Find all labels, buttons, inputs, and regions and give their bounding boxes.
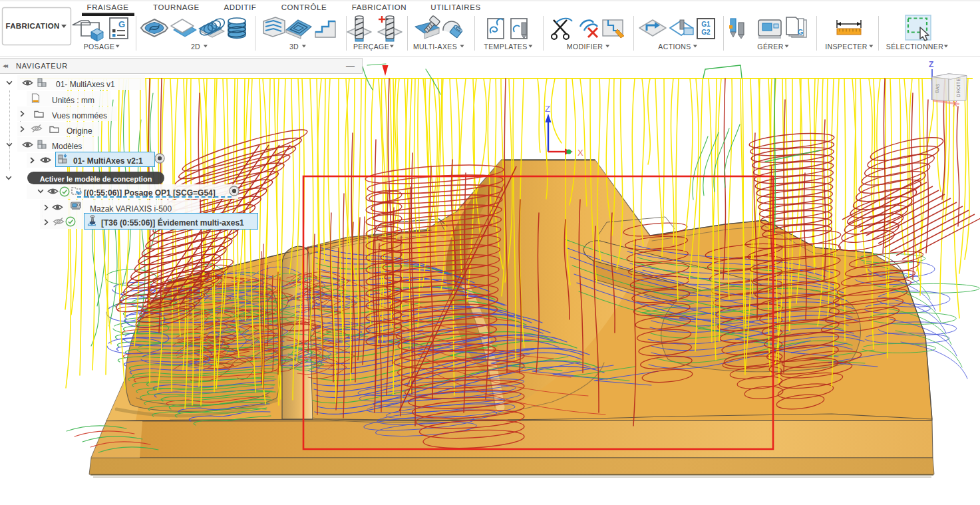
svg-text:G: G [798, 28, 804, 36]
svg-text:FABRICATION: FABRICATION [352, 3, 407, 11]
svg-text:Z: Z [929, 60, 933, 69]
svg-text:POSAGE: POSAGE [84, 43, 115, 51]
svg-text:BAS: BAS [935, 83, 940, 93]
svg-text:Z: Z [545, 104, 550, 114]
svg-text:MULTI-AXES: MULTI-AXES [413, 43, 457, 51]
svg-text:3D: 3D [289, 43, 299, 51]
svg-text:X: X [577, 148, 583, 158]
svg-text:TEMPLATES: TEMPLATES [484, 43, 527, 51]
svg-text:MODIFIER: MODIFIER [567, 43, 603, 51]
svg-text:G1: G1 [701, 21, 711, 28]
svg-text:CONTRÔLE: CONTRÔLE [281, 3, 327, 11]
svg-text:2D: 2D [191, 43, 200, 51]
svg-text:FRAISAGE: FRAISAGE [87, 3, 129, 11]
svg-text:G2: G2 [701, 29, 711, 36]
svg-text:INSPECTER: INSPECTER [825, 43, 868, 51]
svg-text:FABRICATION: FABRICATION [5, 22, 59, 30]
svg-text:X: X [953, 100, 957, 108]
svg-text:ADDITIF: ADDITIF [224, 3, 257, 11]
svg-text:GÉRER: GÉRER [757, 43, 783, 51]
svg-text:DROITE: DROITE [956, 78, 961, 97]
svg-text:G: G [118, 19, 125, 29]
svg-text:UTILITAIRES: UTILITAIRES [430, 3, 480, 11]
svg-text:ACTIONS: ACTIONS [658, 43, 691, 51]
svg-text:TOURNAGE: TOURNAGE [153, 3, 200, 11]
svg-text:SÉLECTIONNER: SÉLECTIONNER [886, 43, 943, 51]
svg-text:PERÇAGE: PERÇAGE [353, 43, 389, 51]
